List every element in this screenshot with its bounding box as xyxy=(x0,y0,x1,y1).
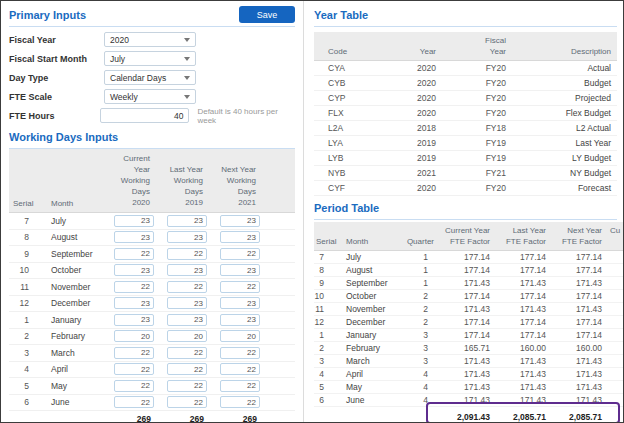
next-year-days-input[interactable]: 23 xyxy=(220,231,260,243)
current-year-days-input[interactable]: 23 xyxy=(114,297,154,309)
fte-hours-label: FTE Hours xyxy=(9,111,100,121)
next-year-fte-cell: 171.43 xyxy=(552,382,608,392)
next-year-fte-total: 2,085.71 xyxy=(552,412,608,422)
year-line: 2021 xyxy=(213,197,256,208)
quarter-cell: 4 xyxy=(400,369,440,379)
current-year-fte-cell: 171.43 xyxy=(440,356,496,366)
description-cell: Flex Budget xyxy=(536,108,617,118)
last-year-days-input[interactable]: 23 xyxy=(167,215,207,227)
year-table-row: NYB 2021 FY21 NY Budget xyxy=(314,166,617,181)
fte-hours-input[interactable]: 40 xyxy=(100,108,189,123)
fte-scale-select[interactable]: Weekly xyxy=(104,89,196,104)
period-table-row: 5 May 4 171.43 171.43 171.43 xyxy=(314,381,623,394)
next-year-days-input[interactable]: 22 xyxy=(220,281,260,293)
year-table-row: FLX 2020 FY20 Flex Budget xyxy=(314,106,617,121)
current-year-days-input[interactable]: 23 xyxy=(114,215,154,227)
fiscal-year-cell: FY20 xyxy=(466,78,536,88)
period-table-row: 11 November 2 171.43 171.43 171.43 xyxy=(314,303,623,316)
year-cell: 2020 xyxy=(384,183,466,193)
working-days-line: Working Days xyxy=(107,175,150,197)
fiscal-start-month-value: July xyxy=(110,54,184,64)
serial-cell: 9 xyxy=(314,278,340,288)
current-year-days-input[interactable]: 20 xyxy=(114,330,154,342)
next-year-days-input[interactable]: 22 xyxy=(220,248,260,260)
chevron-down-icon xyxy=(184,76,190,80)
year-table-header-bar: Year Table xyxy=(314,6,617,27)
current-year-days-input[interactable]: 22 xyxy=(114,281,154,293)
year-cell: 2020 xyxy=(384,78,466,88)
year-cell: 2020 xyxy=(384,63,466,73)
description-cell: NY Budget xyxy=(536,168,617,178)
next-year-days-input[interactable]: 20 xyxy=(220,330,260,342)
save-button[interactable]: Save xyxy=(239,6,295,23)
current-year-days-input[interactable]: 23 xyxy=(114,231,154,243)
current-year-total: 269 xyxy=(107,414,160,423)
next-year-days-input[interactable]: 22 xyxy=(220,396,260,408)
current-year-days-input[interactable]: 23 xyxy=(114,314,154,326)
fte-scale-row: FTE Scale Weekly xyxy=(9,87,295,106)
serial-column-header: Serial xyxy=(9,199,45,208)
period-table-row: 3 March 3 171.43 171.43 171.43 xyxy=(314,355,623,368)
serial-cell: 7 xyxy=(314,252,340,262)
next-year-days-input[interactable]: 22 xyxy=(220,363,260,375)
month-cell: January xyxy=(45,315,107,325)
serial-cell: 6 xyxy=(314,395,340,405)
code-cell: LYA xyxy=(314,138,384,148)
last-year-days-input[interactable]: 23 xyxy=(167,264,207,276)
month-cell: April xyxy=(340,369,400,379)
next-year-days-input[interactable]: 23 xyxy=(220,297,260,309)
fte-scale-value: Weekly xyxy=(110,92,184,102)
fiscal-year-row: Fiscal Year 2020 xyxy=(9,30,295,49)
current-year-days-input[interactable]: 22 xyxy=(114,248,154,260)
current-year-column-header: Current Year Working Days 2020 xyxy=(107,153,160,208)
fiscal-year-select[interactable]: 2020 xyxy=(104,32,196,47)
last-year-days-input[interactable]: 22 xyxy=(167,396,207,408)
next-year-days-input[interactable]: 22 xyxy=(220,380,260,392)
serial-cell: 1 xyxy=(314,330,340,340)
month-cell: February xyxy=(45,331,107,341)
chevron-down-icon xyxy=(184,95,190,99)
next-year-fte-cell: 177.14 xyxy=(552,265,608,275)
current-year-days-input[interactable]: 22 xyxy=(114,380,154,392)
quarter-column-header: Quarter xyxy=(400,236,440,247)
description-cell: Projected xyxy=(536,93,617,103)
fte-hours-row: FTE Hours 40 Default is 40 hours per wee… xyxy=(9,106,295,125)
last-year-days-input[interactable]: 23 xyxy=(167,314,207,326)
next-year-days-input[interactable]: 23 xyxy=(220,215,260,227)
period-table-row: 2 February 3 165.71 160.00 160.00 xyxy=(314,342,623,355)
quarter-cell: 1 xyxy=(400,278,440,288)
fiscal-start-month-select[interactable]: July xyxy=(104,51,196,66)
last-year-days-input[interactable]: 22 xyxy=(167,281,207,293)
last-year-days-input[interactable]: 23 xyxy=(167,231,207,243)
quarter-cell: 2 xyxy=(400,291,440,301)
year-cell: 2020 xyxy=(384,93,466,103)
code-cell: FLX xyxy=(314,108,384,118)
current-year-fte-cell: 171.43 xyxy=(440,278,496,288)
current-year-days-input[interactable]: 22 xyxy=(114,396,154,408)
next-year-fte-cell: 171.43 xyxy=(552,369,608,379)
last-year-fte-cell: 177.14 xyxy=(496,252,552,262)
next-year-days-input[interactable]: 23 xyxy=(220,264,260,276)
description-cell: Actual xyxy=(536,63,617,73)
last-year-days-input[interactable]: 22 xyxy=(167,248,207,260)
last-year-fte-total: 2,085.71 xyxy=(496,412,552,422)
serial-cell: 2 xyxy=(314,343,340,353)
last-year-days-input[interactable]: 22 xyxy=(167,363,207,375)
last-year-days-input[interactable]: 22 xyxy=(167,347,207,359)
current-year-days-input[interactable]: 22 xyxy=(114,363,154,375)
current-year-fte-total: 2,091.43 xyxy=(440,412,496,422)
next-year-days-input[interactable]: 23 xyxy=(220,314,260,326)
current-year-days-input[interactable]: 22 xyxy=(114,347,154,359)
next-year-days-input[interactable]: 22 xyxy=(220,347,260,359)
fiscal-year-cell: FY20 xyxy=(466,108,536,118)
last-year-days-input[interactable]: 22 xyxy=(167,380,207,392)
last-year-fte-cell: 171.43 xyxy=(496,278,552,288)
month-cell: March xyxy=(45,348,107,358)
last-year-fte-cell: 171.43 xyxy=(496,304,552,314)
current-year-days-input[interactable]: 23 xyxy=(114,264,154,276)
last-year-days-input[interactable]: 20 xyxy=(167,330,207,342)
last-year-days-input[interactable]: 23 xyxy=(167,297,207,309)
working-days-row: 6 June 22 22 22 xyxy=(9,395,295,412)
fiscal-year-cell: FY19 xyxy=(466,153,536,163)
day-type-select[interactable]: Calendar Days xyxy=(104,70,196,85)
